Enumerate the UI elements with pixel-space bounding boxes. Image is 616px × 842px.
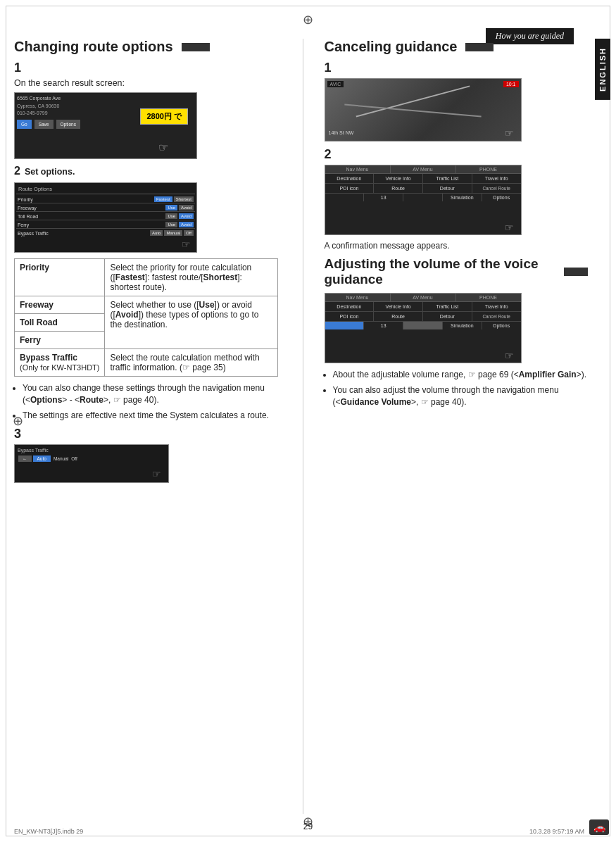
left-column: Changing route options 1 On the search r… [14,39,285,814]
table-key-ferry: Ferry [15,332,105,349]
canceling-title-bar [465,43,494,51]
options-table: Priority Select the priority for route c… [14,258,278,377]
confirmation-text: A confirmation message appears. [325,241,589,251]
file-info-right: 10.3.28 9:57:19 AM [529,828,584,835]
step-3-number: 3 [14,427,278,441]
cancel-step-2: 2 Nav Menu AV Menu PHONE Destination Veh… [325,147,589,251]
search-result-screen: 6565 Corporate Ave Cypress, CA 90630 010… [14,92,197,159]
hand-cursor-icon-2: ☞ [182,239,191,250]
title-bar-decoration [182,43,210,51]
route-options-screen: Route Options Priority Fastest Shortest … [14,182,197,253]
voice-guidance-title: Adjusting the volume of the voice guidan… [325,256,589,287]
car-icon: 🚗 [589,819,609,835]
step-2-container: 2 Set options. Route Options Priority Fa… [14,165,278,253]
step-1-container: 1 On the search result screen: 6565 Corp… [14,61,278,159]
hand-cursor-icon-cancel-2: ☞ [505,222,514,233]
step-3-container: 3 Bypass Traffic ← Auto Manual Off ☞ [14,427,278,483]
voice-title-text: Adjusting the volume of the voice guidan… [325,256,560,287]
table-key-freeway: Freeway [15,296,105,314]
step-2-number: 2 [14,165,20,177]
voice-bullet-2: You can also adjust the volume through t… [333,384,589,408]
table-key-bypass: Bypass Traffic(Only for KW-NT3HDT) [15,349,105,377]
hand-cursor-icon-3: ☞ [152,468,161,479]
cancel-step-1-number: 1 [325,61,589,75]
menu-screen: Nav Menu AV Menu PHONE Destination Vehic… [325,165,522,235]
changing-route-title: Changing route options [14,39,278,55]
yellow-highlight-box: 2800円 で [140,108,188,125]
bullet-item-2: The settings are effective next time the… [23,410,278,422]
map-screen-1: AVIC 10:1 14th St NW ☞ [325,78,522,142]
step-1-number: 1 [14,61,278,75]
main-content: Changing route options 1 On the search r… [14,39,588,814]
column-divider [303,39,303,814]
table-val-freeway-group: Select whether to use ([Use]) or avoid (… [105,296,277,349]
voice-title-bar [564,268,588,276]
bullet-item-1: You can also change these settings throu… [23,382,278,406]
right-column: Canceling guidance 1 AVIC 10:1 14th St N… [321,39,589,814]
table-key-tollroad: Toll Road [15,314,105,332]
voice-bullet-1: About the adjustable volume range, ☞ pag… [333,369,589,381]
language-tab: ENGLISH [595,39,610,100]
bypass-screen: Bypass Traffic ← Auto Manual Off ☞ [14,444,169,483]
cancel-step-1: 1 AVIC 10:1 14th St NW ☞ [325,61,589,142]
hand-cursor-icon-cancel-1: ☞ [505,127,514,139]
cancel-step-2-number: 2 [325,147,589,162]
voice-guidance-section: Adjusting the volume of the voice guidan… [325,256,589,408]
step-1-text: On the search result screen: [14,78,278,88]
step-2-text: Set options. [25,167,75,177]
file-info-left: EN_KW-NT3[J]5.indb 29 [14,828,83,835]
page-number: 29 [303,822,313,831]
table-val-priority: Select the priority for route calculatio… [105,259,277,296]
hand-cursor-icon-voice: ☞ [505,350,514,361]
canceling-guidance-title: Canceling guidance [325,39,589,55]
voice-bullets: About the adjustable volume range, ☞ pag… [333,369,589,408]
table-row-bypass: Bypass Traffic(Only for KW-NT3HDT) Selec… [15,349,278,377]
hand-cursor-icon-1: ☞ [158,141,168,154]
canceling-title-text: Canceling guidance [325,39,458,55]
crosshair-top-icon: ⊕ [301,13,315,27]
section-title-text: Changing route options [14,39,173,55]
table-val-bypass: Select the route calculation method with… [105,349,277,377]
table-row-priority: Priority Select the priority for route c… [15,259,278,296]
table-row-freeway: Freeway Select whether to use ([Use]) or… [15,296,278,314]
table-key-priority: Priority [15,259,105,296]
left-bullets: You can also change these settings throu… [23,382,278,421]
voice-menu-screen: Nav Menu AV Menu PHONE Destination Vehic… [325,293,522,363]
